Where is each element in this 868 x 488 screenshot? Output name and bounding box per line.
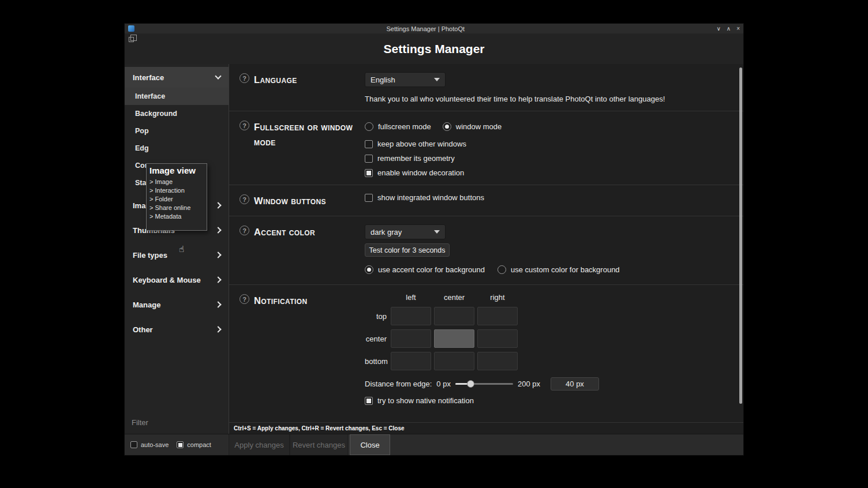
radio-accent-background[interactable]: use accent color for background xyxy=(365,265,485,274)
notification-cell-bottom-center[interactable] xyxy=(434,352,474,370)
close-button[interactable]: Close xyxy=(350,434,390,455)
sidebar-category-other[interactable]: Other xyxy=(125,319,229,340)
checkbox-auto-save[interactable]: auto-save xyxy=(130,441,169,448)
filter-input[interactable] xyxy=(129,415,224,429)
tooltip-item: > Interaction xyxy=(149,186,204,195)
language-note: Thank you to all who volunteered their t… xyxy=(365,95,734,103)
radio-icon xyxy=(497,265,506,274)
mouse-cursor-icon: ☝ xyxy=(179,244,184,254)
radio-window-mode[interactable]: window mode xyxy=(443,122,502,131)
revert-changes-button[interactable]: Revert changes xyxy=(290,434,348,455)
chevron-right-icon xyxy=(215,227,221,233)
notification-cell-bottom-left[interactable] xyxy=(391,352,431,370)
grid-col-header: left xyxy=(391,293,431,303)
category-label: File types xyxy=(133,251,167,260)
sidebar-category-file-types[interactable]: File types xyxy=(125,245,229,265)
checkbox-icon xyxy=(365,397,373,405)
category-label: Manage xyxy=(133,301,160,309)
checkbox-window-decoration[interactable]: enable window decoration xyxy=(365,168,734,177)
checkbox-label: remember its geometry xyxy=(377,154,455,163)
section-language: ? Language English Thank you to all who … xyxy=(229,64,743,111)
sidebar: Interface Interface Background Pop Edg C… xyxy=(125,64,229,434)
sidebar-item-popout[interactable]: Pop xyxy=(125,122,229,140)
distance-min: 0 px xyxy=(436,380,451,388)
checkbox-icon xyxy=(365,169,373,177)
checkbox-integrated-buttons[interactable]: show integrated window buttons xyxy=(365,193,734,202)
section-title: Notification xyxy=(249,293,365,308)
notification-cell-top-right[interactable] xyxy=(477,307,518,325)
help-icon[interactable]: ? xyxy=(240,121,249,130)
photoqt-settings-window: Settings Manager | PhotoQt ∨ ∧ × Setting… xyxy=(124,23,744,456)
slider-handle[interactable] xyxy=(467,380,474,388)
sidebar-item-background[interactable]: Background xyxy=(125,105,229,122)
notification-cell-bottom-right[interactable] xyxy=(477,352,518,370)
window-title: Settings Manager | PhotoQt xyxy=(134,25,717,32)
radio-label: fullscreen mode xyxy=(378,122,431,131)
distance-from-edge-row: Distance from edge: 0 px 200 px 40 px xyxy=(365,377,734,391)
chevron-right-icon xyxy=(215,202,221,208)
close-icon[interactable]: × xyxy=(736,25,740,32)
help-icon[interactable]: ? xyxy=(240,194,249,204)
notification-cell-top-left[interactable] xyxy=(391,307,431,325)
popout-icon[interactable] xyxy=(129,37,134,42)
distance-max: 200 px xyxy=(518,380,540,388)
help-icon[interactable]: ? xyxy=(240,294,249,304)
sidebar-category-interface[interactable]: Interface xyxy=(125,67,229,88)
checkbox-native-notification[interactable]: try to show native notification xyxy=(365,396,734,405)
distance-value-box[interactable]: 40 px xyxy=(551,377,599,391)
tooltip-item: > Metadata xyxy=(149,212,204,221)
tooltip-title: Image view xyxy=(149,166,204,175)
grid-col-header: center xyxy=(434,293,474,303)
section-title: Language xyxy=(249,72,365,87)
tooltip-item: > Share online xyxy=(149,204,204,212)
sidebar-category-keyboard-mouse[interactable]: Keyboard & Mouse xyxy=(125,269,229,290)
distance-slider[interactable] xyxy=(455,380,513,388)
notification-cell-top-center[interactable] xyxy=(434,307,474,325)
notification-cell-center-left[interactable] xyxy=(391,329,431,348)
radio-label: use custom color for background xyxy=(511,265,620,274)
dropdown-value: dark gray xyxy=(371,228,402,237)
category-label: Other xyxy=(133,325,153,334)
test-color-button[interactable]: Test color for 3 seconds xyxy=(365,243,450,257)
scrollbar[interactable] xyxy=(739,67,742,404)
section-title: Window buttons xyxy=(249,193,365,208)
chevron-right-icon xyxy=(215,326,221,332)
sidebar-item-edges[interactable]: Edg xyxy=(125,140,229,157)
help-icon[interactable]: ? xyxy=(240,73,249,83)
notification-cell-center-right[interactable] xyxy=(477,329,518,348)
category-label: Interface xyxy=(133,73,164,82)
checkbox-icon xyxy=(365,140,373,148)
titlebar[interactable]: Settings Manager | PhotoQt ∨ ∧ × xyxy=(125,24,743,33)
accent-color-dropdown[interactable]: dark gray xyxy=(365,224,446,239)
radio-label: window mode xyxy=(456,122,502,131)
radio-custom-background[interactable]: use custom color for background xyxy=(497,265,620,274)
radio-icon xyxy=(443,122,451,131)
page-title: Settings Manager xyxy=(383,42,484,56)
distance-label: Distance from edge: xyxy=(365,380,432,388)
checkbox-compact[interactable]: compact xyxy=(177,441,211,448)
notification-cell-center-center[interactable] xyxy=(434,329,474,348)
tooltip-item: > Image xyxy=(149,178,204,186)
language-dropdown[interactable]: English xyxy=(365,72,446,87)
checkbox-remember-geometry[interactable]: remember its geometry xyxy=(365,154,734,163)
section-title: Fullscreen or window mode xyxy=(249,119,365,150)
checkbox-icon xyxy=(177,441,184,448)
checkbox-keep-above[interactable]: keep above other windows xyxy=(365,140,734,148)
tooltip-item: > Folder xyxy=(149,195,204,204)
radio-icon xyxy=(365,122,373,131)
maximize-icon[interactable]: ∧ xyxy=(727,25,731,32)
radio-fullscreen-mode[interactable]: fullscreen mode xyxy=(365,122,431,131)
apply-changes-button[interactable]: Apply changes xyxy=(229,434,290,455)
radio-icon xyxy=(365,265,373,274)
sidebar-item-interface[interactable]: Interface xyxy=(125,88,229,105)
category-label: Keyboard & Mouse xyxy=(133,276,201,284)
checkbox-label: keep above other windows xyxy=(377,140,466,148)
help-icon[interactable]: ? xyxy=(240,226,249,235)
grid-col-header: right xyxy=(477,293,518,303)
checkbox-icon xyxy=(130,441,137,448)
checkbox-label: show integrated window buttons xyxy=(377,193,484,202)
minimize-icon[interactable]: ∨ xyxy=(717,25,721,32)
sidebar-category-manage[interactable]: Manage xyxy=(125,294,229,315)
shortcut-status-line: Ctrl+S = Apply changes, Ctrl+R = Revert … xyxy=(229,422,743,434)
chevron-down-icon xyxy=(215,73,221,79)
